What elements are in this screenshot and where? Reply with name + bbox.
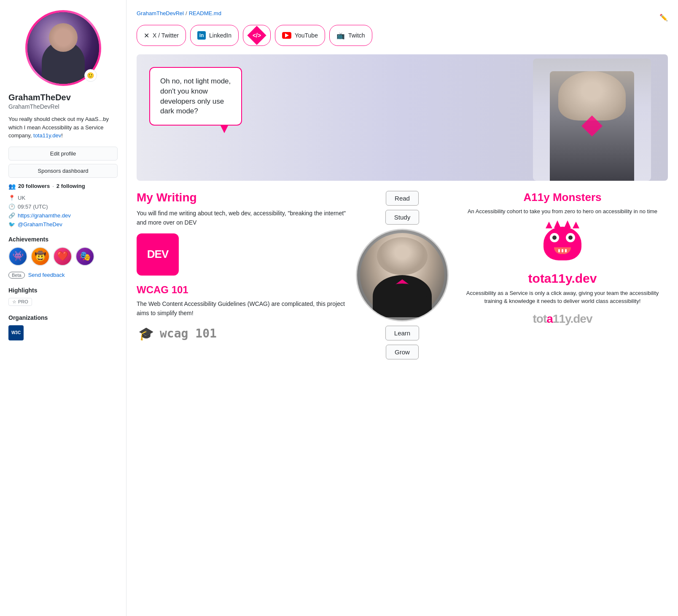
user-bio: You really should check out my AaaS...by… (8, 115, 118, 140)
organizations-title: Organizations (8, 314, 118, 321)
writing-title: My Writing (137, 191, 347, 204)
speech-bubble: Oh no, not light mode, don't you know de… (149, 67, 242, 126)
star-icon: ☆ (12, 299, 16, 305)
twitter-link[interactable]: @GrahamTheDev (18, 221, 62, 228)
bio-link[interactable]: tota11y.dev (33, 132, 61, 139)
send-feedback-link[interactable]: Send feedback (28, 272, 65, 278)
twitch-label: Twitch (348, 32, 365, 39)
tota11y-section-title: tota11y.dev (457, 271, 668, 286)
sidebar: 🙂 GrahamTheDev GrahamTheDevRel You reall… (0, 0, 126, 616)
wcag-section-title: WCAG 101 (137, 284, 347, 296)
breadcrumb-file[interactable]: README.md (189, 10, 221, 16)
linkedin-label: LinkedIn (209, 32, 231, 39)
wcag-icon: 🎓 (137, 324, 156, 343)
youtube-icon (282, 32, 291, 39)
twitch-icon: 📺 (336, 31, 345, 40)
study-button[interactable]: Study (385, 210, 419, 225)
twitter-icon: 🐦 (8, 221, 15, 228)
time-row: 🕐 09:57 (UTC) (8, 204, 118, 210)
linkedin-icon: in (197, 31, 206, 40)
followers-icon: 👥 (8, 183, 16, 190)
clock-icon: 🕐 (8, 204, 15, 210)
breadcrumb-separator: / (186, 10, 187, 16)
link-icon: 🔗 (8, 212, 15, 219)
edit-profile-button[interactable]: Edit profile (8, 147, 118, 161)
user-handle: GrahamTheDevRel (8, 103, 118, 110)
beta-row: Beta Send feedback (8, 272, 118, 279)
website-link[interactable]: https://grahamthe.dev (18, 212, 71, 219)
linkedin-social-btn[interactable]: in LinkedIn (190, 25, 239, 46)
beta-badge: Beta (8, 272, 25, 279)
main-content: GrahamTheDevRel / README.md ✏️ ✕ X / Twi… (126, 0, 678, 616)
location-icon: 📍 (8, 195, 15, 201)
tota11y-text: Accessibility as a Service is only a cli… (457, 289, 668, 305)
twitter-row: 🐦 @GrahamTheDev (8, 221, 118, 228)
twitch-social-btn[interactable]: 📺 Twitch (329, 25, 372, 46)
x-icon: ✕ (144, 32, 149, 40)
highlights-list: ☆ PRO (8, 298, 118, 306)
center-avatar (356, 229, 449, 321)
followers-count[interactable]: 20 followers (18, 183, 50, 189)
pro-label: PRO (18, 299, 28, 304)
time-text: 09:57 (UTC) (18, 204, 48, 210)
followers-row: 👥 20 followers · 2 following (8, 183, 118, 190)
pro-highlight: ☆ PRO (8, 298, 32, 306)
center-person (360, 233, 444, 317)
speech-text: Oh no, not light mode, don't you know de… (160, 77, 231, 115)
readme-grid: My Writing You will find me writing abou… (137, 191, 668, 359)
avatar: 🙂 (25, 10, 101, 86)
achievement-badge-4[interactable]: 🎭 (75, 247, 94, 266)
wcag-text-logo: wcag 101 (160, 327, 217, 340)
org-w3c[interactable]: W3C (8, 325, 24, 340)
highlights-title: Highlights (8, 287, 118, 294)
dev-social-btn[interactable]: </> (243, 25, 271, 46)
sponsors-dashboard-button[interactable]: Sponsors dashboard (8, 164, 118, 178)
username: GrahamTheDev (8, 93, 118, 102)
a11y-text: An Accessibility cohort to take you from… (457, 207, 668, 216)
website-row: 🔗 https://grahamthe.dev (8, 212, 118, 219)
breadcrumb-user[interactable]: GrahamTheDevRel (137, 10, 184, 16)
readme-center: Read Study Learn Grow (356, 191, 449, 359)
twitter-social-btn[interactable]: ✕ X / Twitter (137, 25, 186, 46)
edit-readme-button[interactable]: ✏️ (659, 13, 668, 21)
avatar-emoji-button[interactable]: 🙂 (84, 69, 97, 82)
learn-button[interactable]: Learn (385, 326, 419, 340)
a11y-title: A11y Monsters (457, 191, 668, 204)
readme-right: A11y Monsters An Accessibility cohort to… (457, 191, 668, 326)
wcag-text: The Web Content Accessibility Guidelines… (137, 299, 347, 318)
hero-banner: Oh no, not light mode, don't you know de… (137, 54, 668, 181)
dev-diamond-icon: </> (247, 26, 266, 45)
wcag-logo: 🎓 wcag 101 (137, 324, 347, 343)
twitter-label: X / Twitter (153, 32, 179, 39)
monster-image (541, 222, 584, 265)
achievement-badge-2[interactable]: 🤠 (31, 247, 50, 266)
youtube-label: YouTube (295, 32, 318, 39)
location-text: UK (18, 195, 25, 201)
breadcrumb: GrahamTheDevRel / README.md (137, 10, 221, 16)
hero-person-image (533, 59, 651, 181)
grow-button[interactable]: Grow (386, 345, 419, 359)
achievement-badge-1[interactable]: 👾 (8, 247, 27, 266)
location-row: 📍 UK (8, 195, 118, 201)
breadcrumb-row: GrahamTheDevRel / README.md ✏️ (137, 10, 668, 25)
achievements-title: Achievements (8, 236, 118, 243)
readme-left: My Writing You will find me writing abou… (137, 191, 347, 343)
dev-logo[interactable]: DEV (137, 233, 179, 276)
achievement-badge-3[interactable]: ❤️ (53, 247, 72, 266)
tota11y-logo: tota11y.dev (457, 312, 668, 326)
youtube-social-btn[interactable]: YouTube (275, 25, 325, 46)
social-links: ✕ X / Twitter in LinkedIn </> YouTube 📺 … (137, 25, 668, 46)
writing-text: You will find me writing about tech, web… (137, 209, 347, 228)
achievements-row: 👾 🤠 ❤️ 🎭 (8, 247, 118, 266)
following-count[interactable]: 2 following (56, 183, 85, 189)
read-button[interactable]: Read (386, 191, 419, 206)
